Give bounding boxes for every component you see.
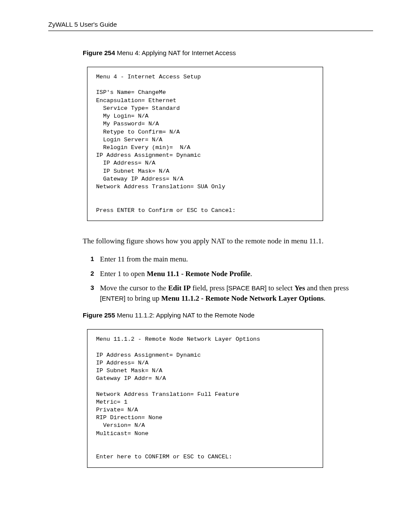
figure-255-label: Figure 255	[83, 311, 115, 319]
figure-255-caption-text: Menu 11.1.2: Applying NAT to the Remote …	[115, 311, 255, 319]
step-text: Enter 11 from the main menu.	[100, 255, 188, 263]
steps-list: 1 Enter 11 from the main menu. 2 Enter 1…	[90, 254, 368, 304]
step-bold: Edit IP	[168, 284, 190, 292]
step-number: 2	[90, 269, 94, 278]
paragraph-1: The following figure shows how you apply…	[83, 236, 368, 246]
key-enter: [ENTER]	[100, 295, 125, 302]
step-2: 2 Enter 1 to open Menu 11.1 - Remote Nod…	[90, 269, 368, 279]
header-left: ZyWALL 5 User's Guide	[48, 21, 117, 28]
step-text: .	[324, 294, 325, 302]
step-text: field, press	[191, 284, 227, 292]
step-text: and then press	[305, 284, 349, 292]
page-header: ZyWALL 5 User's Guide	[48, 21, 373, 28]
step-number: 3	[90, 283, 94, 292]
step-text: to bring up	[125, 294, 161, 302]
header-rule	[48, 31, 373, 31]
step-bold: Menu 11.1.2 - Remote Node Network Layer …	[161, 294, 324, 302]
page-content: Figure 254 Menu 4: Applying NAT for Inte…	[83, 49, 368, 468]
step-text: .	[250, 270, 252, 278]
step-bold: Yes	[294, 284, 305, 292]
figure-254-code: Menu 4 - Internet Access Setup ISP's Nam…	[87, 67, 323, 221]
step-1: 1 Enter 11 from the main menu.	[90, 254, 368, 264]
step-3: 3 Move the cursor to the Edit IP field, …	[90, 283, 368, 304]
figure-254-label: Figure 254	[83, 49, 115, 56]
figure-254-caption-text: Menu 4: Applying NAT for Internet Access	[115, 49, 236, 56]
key-spacebar: [SPACE BAR]	[227, 284, 267, 292]
step-number: 1	[90, 254, 94, 263]
step-text: Move the cursor to the	[100, 284, 168, 292]
step-bold: Menu 11.1 - Remote Node Profile	[147, 270, 250, 278]
step-text: Enter 1 to open	[100, 270, 147, 278]
step-text: to select	[267, 284, 295, 292]
figure-254-caption: Figure 254 Menu 4: Applying NAT for Inte…	[83, 49, 368, 56]
figure-255-code: Menu 11.1.2 - Remote Node Network Layer …	[87, 329, 323, 468]
figure-255-caption: Figure 255 Menu 11.1.2: Applying NAT to …	[83, 311, 368, 319]
